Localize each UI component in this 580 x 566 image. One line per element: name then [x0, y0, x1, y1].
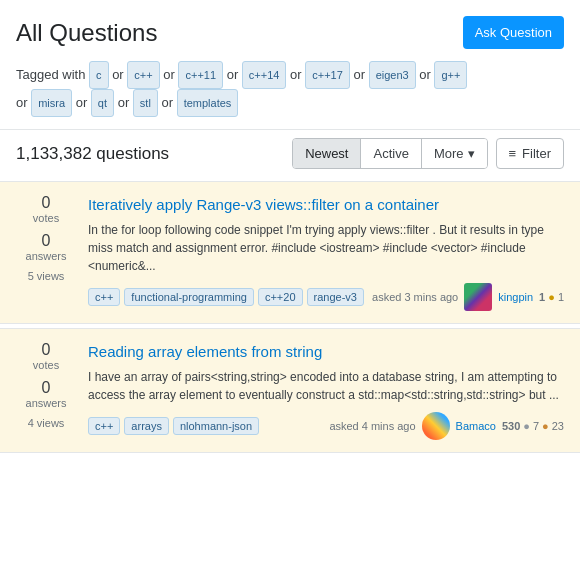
question-tags-2: c++ arrays nlohmann-json — [88, 417, 259, 435]
user-name-1[interactable]: kingpin — [498, 291, 533, 303]
tag-cpp11[interactable]: c++11 — [178, 61, 223, 89]
questions-list: 0 votes 0 answers 5 views Iteratively ap… — [0, 181, 580, 453]
tag-eigen3[interactable]: eigen3 — [369, 61, 416, 89]
question-content-2: Reading array elements from string I hav… — [88, 341, 564, 440]
question-item-1: 0 votes 0 answers 5 views Iteratively ap… — [0, 181, 580, 324]
answers-label-2: answers — [26, 397, 67, 409]
tag-misra[interactable]: misra — [31, 89, 72, 117]
tagged-with-label: Tagged with — [16, 67, 85, 82]
question-item-2: 0 votes 0 answers 4 views Reading array … — [0, 328, 580, 453]
question-stats-2: 0 votes 0 answers 4 views — [16, 341, 76, 440]
views-count-1: 5 views — [28, 270, 65, 282]
user-avatar-1 — [464, 283, 492, 311]
ask-question-button[interactable]: Ask Question — [463, 16, 564, 49]
q1-tag-rangev3[interactable]: range-v3 — [307, 288, 364, 306]
question-footer-1: c++ functional-programming c++20 range-v… — [88, 283, 564, 311]
user-name-2[interactable]: Bamaco — [456, 420, 496, 432]
answers-label-1: answers — [26, 250, 67, 262]
tag-stl[interactable]: stl — [133, 89, 158, 117]
q1-tag-cpp[interactable]: c++ — [88, 288, 120, 306]
tab-more[interactable]: More ▾ — [422, 139, 487, 168]
question-tags-1: c++ functional-programming c++20 range-v… — [88, 288, 364, 306]
tab-newest[interactable]: Newest — [293, 139, 361, 168]
question-title-1[interactable]: Iteratively apply Range-v3 views::filter… — [88, 194, 564, 215]
silver-badge-2: ● — [523, 420, 530, 432]
tag-cpp17[interactable]: c++17 — [305, 61, 350, 89]
toolbar-right: Newest Active More ▾ ≡ Filter — [292, 138, 564, 169]
question-meta-1: asked 3 mins ago kingpin 1 ● 1 — [372, 283, 564, 311]
question-content-1: Iteratively apply Range-v3 views::filter… — [88, 194, 564, 311]
filter-icon: ≡ — [509, 146, 517, 161]
views-count-2: 4 views — [28, 417, 65, 429]
votes-label-1: votes — [33, 212, 59, 224]
bronze-badge-2: ● — [542, 420, 549, 432]
votes-count-1: 0 — [33, 194, 59, 212]
tab-group: Newest Active More ▾ — [292, 138, 487, 169]
q2-tag-arrays[interactable]: arrays — [124, 417, 169, 435]
q1-tag-fp[interactable]: functional-programming — [124, 288, 254, 306]
answers-block-1: 0 answers — [26, 232, 67, 262]
tag-cpp14[interactable]: c++14 — [242, 61, 287, 89]
question-excerpt-1: In the for loop following code snippet I… — [88, 221, 564, 275]
asked-text-1: asked 3 mins ago — [372, 291, 458, 303]
votes-block-2: 0 votes — [33, 341, 59, 371]
tag-qt[interactable]: qt — [91, 89, 114, 117]
chevron-down-icon: ▾ — [468, 146, 475, 161]
votes-block-1: 0 votes — [33, 194, 59, 224]
votes-count-2: 0 — [33, 341, 59, 359]
tags-section: Tagged with c or c++ or c++11 or c++14 o… — [0, 61, 580, 129]
question-meta-2: asked 4 mins ago Bamaco 530 ● 7 ● 23 — [329, 412, 564, 440]
questions-count: 1,133,382 questions — [16, 144, 169, 164]
question-excerpt-2: I have an array of pairs<string,string> … — [88, 368, 564, 404]
answers-count-1: 0 — [26, 232, 67, 250]
asked-text-2: asked 4 mins ago — [329, 420, 415, 432]
tag-c[interactable]: c — [89, 61, 109, 89]
page-header: All Questions Ask Question — [0, 0, 580, 61]
question-title-2[interactable]: Reading array elements from string — [88, 341, 564, 362]
user-rep-1: 1 ● 1 — [539, 291, 564, 303]
user-rep-2: 530 ● 7 ● 23 — [502, 420, 564, 432]
page-title: All Questions — [16, 19, 157, 47]
q2-tag-nlohmann[interactable]: nlohmann-json — [173, 417, 259, 435]
questions-toolbar: 1,133,382 questions Newest Active More ▾… — [0, 129, 580, 177]
user-avatar-2 — [422, 412, 450, 440]
tag-templates[interactable]: templates — [177, 89, 239, 117]
question-footer-2: c++ arrays nlohmann-json asked 4 mins ag… — [88, 412, 564, 440]
tag-cpp[interactable]: c++ — [127, 61, 159, 89]
gold-badge-1: ● — [548, 291, 555, 303]
answers-block-2: 0 answers — [26, 379, 67, 409]
tab-active[interactable]: Active — [361, 139, 421, 168]
answers-count-2: 0 — [26, 379, 67, 397]
votes-label-2: votes — [33, 359, 59, 371]
filter-button[interactable]: ≡ Filter — [496, 138, 564, 169]
filter-label: Filter — [522, 146, 551, 161]
question-stats-1: 0 votes 0 answers 5 views — [16, 194, 76, 311]
tag-gpp[interactable]: g++ — [434, 61, 467, 89]
q2-tag-cpp[interactable]: c++ — [88, 417, 120, 435]
q1-tag-cpp20[interactable]: c++20 — [258, 288, 303, 306]
